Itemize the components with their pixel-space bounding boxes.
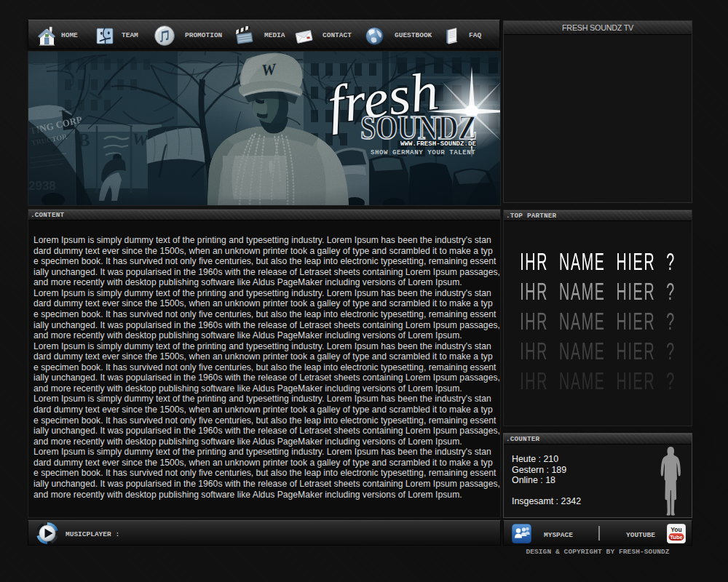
svg-text:SHOW GERMANY YOUR TALENT: SHOW GERMANY YOUR TALENT [371,148,475,156]
svg-text:WWW.FRESH-SOUNDZ.DE: WWW.FRESH-SOUNDZ.DE [400,140,476,148]
svg-text:Tube: Tube [670,534,682,541]
svg-text:You: You [670,526,681,533]
